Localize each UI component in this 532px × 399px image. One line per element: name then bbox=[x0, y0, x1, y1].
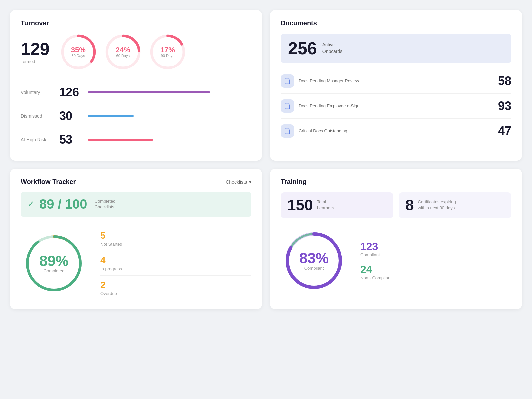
training-top: 150 TotalLearners 8 Certificates expirin… bbox=[281, 192, 511, 218]
documents-card: Documents 256 ActiveOnboards Docs Pendin… bbox=[270, 10, 522, 161]
donut-pct-2: 17% bbox=[160, 46, 175, 54]
wf-stat-2: 2 Overdue bbox=[100, 276, 251, 300]
termed-block: 129 Termed bbox=[21, 40, 50, 64]
turnover-card: Turnover 129 Termed 35% 30 Days 24% 60 D… bbox=[10, 10, 262, 161]
workflow-card: Workflow Tracker Checklists ▾ ✓ 89 / 100… bbox=[10, 169, 262, 309]
training-compliance: 123 Compliant 24 Non - Compliant bbox=[360, 241, 392, 280]
turnover-stats: Voluntary 126 Dismissed 30 At High Risk … bbox=[21, 81, 251, 151]
stat-bar-wrap-0 bbox=[88, 91, 251, 93]
completed-label: CompletedChecklists bbox=[95, 199, 116, 210]
doc-icon-1 bbox=[281, 99, 294, 113]
stat-num-0: 126 bbox=[59, 85, 82, 99]
termed-number: 129 bbox=[21, 40, 50, 58]
completed-fraction: 89 / 100 bbox=[39, 197, 87, 212]
compliant-label: Compliant bbox=[360, 252, 392, 257]
total-learners-label: TotalLearners bbox=[317, 199, 334, 211]
documents-title: Documents bbox=[281, 19, 511, 27]
turnover-stat-row-0: Voluntary 126 bbox=[21, 81, 251, 104]
workflow-donut-pct: 89% bbox=[39, 253, 68, 268]
workflow-donut-sub: Completed bbox=[39, 268, 68, 273]
doc-count-1: 93 bbox=[498, 99, 511, 113]
doc-desc-1: Docs Pending Employee e-Sign bbox=[299, 103, 493, 109]
cert-expiry-label: Certificates expiringwithin next 30 days bbox=[418, 199, 456, 211]
turnover-top: 129 Termed 35% 30 Days 24% 60 Days 17% bbox=[21, 34, 251, 70]
noncompliant-number: 24 bbox=[360, 264, 392, 275]
stat-label-2: At High Risk bbox=[21, 137, 54, 142]
compliant-item: 123 Compliant bbox=[360, 241, 392, 257]
active-onboards-number: 256 bbox=[288, 40, 317, 57]
turnover-donut-0: 35% 30 Days bbox=[60, 34, 97, 70]
workflow-title: Workflow Tracker bbox=[21, 178, 76, 186]
doc-icon-2 bbox=[281, 124, 294, 138]
chevron-down-icon: ▾ bbox=[249, 179, 251, 185]
doc-icon-0 bbox=[281, 74, 294, 88]
turnover-donut-1: 24% 60 Days bbox=[105, 34, 141, 70]
total-learners-number: 150 bbox=[287, 198, 313, 213]
stat-bar-wrap-1 bbox=[88, 115, 251, 117]
doc-desc-2: Critical Docs Outstanding bbox=[299, 128, 493, 134]
training-title: Training bbox=[281, 178, 511, 186]
stat-bar-1 bbox=[88, 115, 134, 117]
active-onboards-box: 256 ActiveOnboards bbox=[281, 34, 511, 63]
doc-row-2: Critical Docs Outstanding 47 bbox=[281, 119, 511, 143]
workflow-bottom: 89% Completed 5 Not Started 4 In progres… bbox=[21, 226, 251, 300]
compliant-number: 123 bbox=[360, 241, 392, 252]
wf-stat-num-1: 4 bbox=[100, 255, 251, 266]
workflow-donut-center: 89% Completed bbox=[39, 253, 68, 273]
turnover-stat-row-1: Dismissed 30 bbox=[21, 104, 251, 128]
cert-expiry-number: 8 bbox=[405, 198, 414, 213]
stat-bar-wrap-2 bbox=[88, 139, 251, 141]
checklist-selector-label: Checklists bbox=[226, 179, 247, 185]
workflow-donut: 89% Completed bbox=[21, 230, 87, 297]
donut-pct-0: 35% bbox=[71, 46, 86, 54]
training-donut-sub: Compliant bbox=[299, 266, 329, 271]
turnover-donut-2: 17% 90 Days bbox=[149, 34, 186, 70]
turnover-title: Turnover bbox=[21, 19, 251, 27]
wf-stat-num-2: 2 bbox=[100, 280, 251, 290]
training-card: Training 150 TotalLearners 8 Certificate… bbox=[270, 169, 522, 309]
donut-days-1: 60 Days bbox=[116, 54, 130, 58]
wf-stat-label-0: Not Started bbox=[100, 242, 251, 247]
workflow-stats: 5 Not Started 4 In progress 2 Overdue bbox=[100, 226, 251, 300]
noncompliant-item: 24 Non - Compliant bbox=[360, 264, 392, 280]
wf-stat-label-1: In progress bbox=[100, 266, 251, 271]
doc-row-1: Docs Pending Employee e-Sign 93 bbox=[281, 94, 511, 119]
stat-num-1: 30 bbox=[59, 109, 82, 123]
doc-desc-0: Docs Pending Manager Review bbox=[299, 78, 493, 84]
training-donut-center: 83% Compliant bbox=[299, 251, 329, 271]
doc-count-2: 47 bbox=[498, 124, 511, 138]
workflow-header: Workflow Tracker Checklists ▾ bbox=[21, 178, 251, 186]
training-donut-pct: 83% bbox=[299, 251, 329, 266]
checklist-selector[interactable]: Checklists ▾ bbox=[226, 179, 251, 185]
donut-days-2: 90 Days bbox=[160, 54, 175, 58]
termed-label: Termed bbox=[21, 59, 50, 64]
wf-stat-num-0: 5 bbox=[100, 230, 251, 241]
donut-pct-1: 24% bbox=[116, 46, 130, 54]
dashboard: Turnover 129 Termed 35% 30 Days 24% 60 D… bbox=[10, 10, 522, 309]
stat-num-2: 53 bbox=[59, 133, 82, 147]
training-bottom: 83% Compliant 123 Compliant 24 Non - Com… bbox=[281, 227, 511, 294]
active-onboards-label: ActiveOnboards bbox=[322, 42, 342, 55]
check-circle-icon: ✓ bbox=[27, 199, 35, 209]
wf-stat-1: 4 In progress bbox=[100, 251, 251, 276]
doc-row-0: Docs Pending Manager Review 58 bbox=[281, 69, 511, 94]
wf-stat-label-2: Overdue bbox=[100, 291, 251, 296]
stat-bar-2 bbox=[88, 139, 153, 141]
doc-count-0: 58 bbox=[498, 74, 511, 88]
turnover-stat-row-2: At High Risk 53 bbox=[21, 128, 251, 151]
donut-days-0: 30 Days bbox=[71, 54, 86, 58]
stat-label-1: Dismissed bbox=[21, 113, 54, 119]
cert-expiry-box: 8 Certificates expiringwithin next 30 da… bbox=[399, 192, 511, 218]
training-donut: 83% Compliant bbox=[281, 227, 347, 294]
stat-label-0: Voluntary bbox=[21, 90, 54, 95]
wf-stat-0: 5 Not Started bbox=[100, 226, 251, 251]
total-learners-box: 150 TotalLearners bbox=[281, 192, 393, 218]
completed-bar: ✓ 89 / 100 CompletedChecklists bbox=[21, 192, 251, 217]
stat-bar-0 bbox=[88, 91, 210, 93]
donut-row: 35% 30 Days 24% 60 Days 17% 90 Days bbox=[60, 34, 186, 70]
doc-rows: Docs Pending Manager Review 58 Docs Pend… bbox=[281, 69, 511, 143]
noncompliant-label: Non - Compliant bbox=[360, 275, 392, 280]
